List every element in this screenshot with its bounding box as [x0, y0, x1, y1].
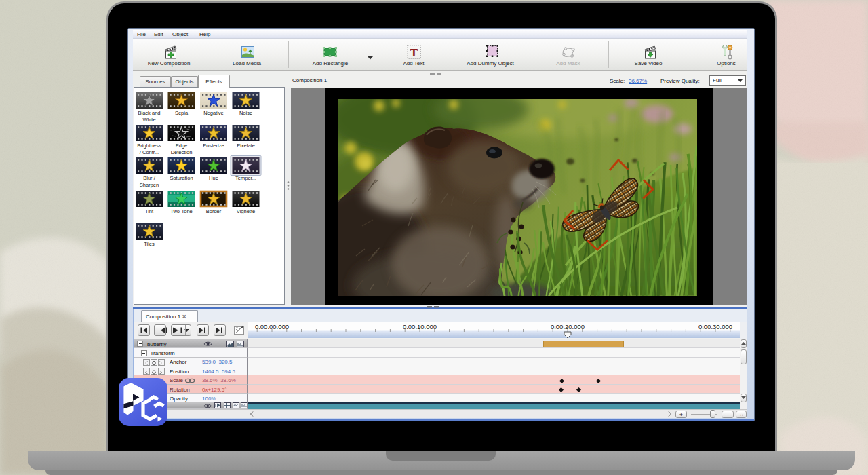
svg-text:0:00:10.000: 0:00:10.000: [403, 323, 437, 330]
svg-text:Hue: Hue: [209, 175, 218, 181]
svg-text:Temper...: Temper...: [235, 175, 256, 181]
svg-text:0:00:20.000: 0:00:20.000: [551, 323, 585, 330]
svg-text:Noise: Noise: [239, 110, 252, 116]
svg-text:Pixelate: Pixelate: [237, 142, 255, 149]
svg-text:/ Contr...: / Contr...: [140, 149, 159, 155]
svg-text:Blur /: Blur /: [143, 175, 155, 181]
svg-text:Sharpen: Sharpen: [140, 182, 159, 188]
svg-text:Edge: Edge: [176, 142, 188, 149]
svg-text:Two-Tone: Two-Tone: [170, 208, 193, 214]
svg-text:Sepia: Sepia: [175, 110, 189, 116]
svg-text:Black and: Black and: [138, 110, 161, 116]
svg-text:Negative: Negative: [203, 110, 224, 116]
svg-text:T: T: [410, 46, 418, 59]
svg-text:0:00:30.000: 0:00:30.000: [698, 323, 732, 330]
svg-text:Vignette: Vignette: [237, 208, 255, 214]
svg-text:Border: Border: [206, 208, 222, 214]
svg-text:Tiles: Tiles: [144, 241, 155, 247]
svg-text:Brightness: Brightness: [137, 142, 161, 149]
svg-text:Saturation: Saturation: [170, 175, 193, 181]
svg-text:Detection: Detection: [171, 149, 193, 155]
svg-text:White: White: [142, 117, 155, 123]
svg-text:0:00:00.000: 0:00:00.000: [255, 323, 289, 330]
svg-text:Posterize: Posterize: [203, 142, 224, 149]
svg-text:Tint: Tint: [145, 208, 154, 214]
